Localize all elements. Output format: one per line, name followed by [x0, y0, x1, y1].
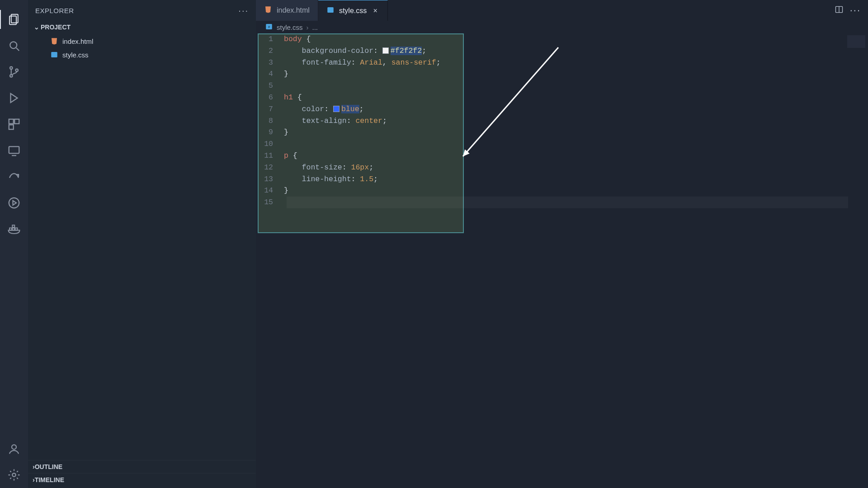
code-line: 1body {: [256, 33, 868, 45]
activity-explorer[interactable]: [4, 9, 24, 30]
minimap[interactable]: [847, 35, 865, 48]
css-file-icon: #: [265, 23, 273, 32]
tab-bar: index.htmlstyle.css× ···: [256, 0, 868, 21]
code-line: 11p {: [256, 150, 868, 162]
timeline-label: TIMELINE: [35, 476, 64, 483]
timeline-section-header[interactable]: › TIMELINE: [28, 473, 256, 486]
code-line: 10: [256, 138, 868, 150]
svg-point-13: [9, 198, 19, 208]
code-line: 14}: [256, 185, 868, 197]
svg-marker-14: [13, 201, 17, 205]
explorer-header: EXPLORER ···: [28, 0, 256, 21]
css-file-icon: [326, 6, 335, 16]
line-text: p {: [284, 150, 297, 162]
activity-remote[interactable]: [4, 140, 24, 161]
line-number: 13: [256, 174, 284, 185]
explorer-more-button[interactable]: ···: [238, 5, 249, 16]
chevron-down-icon: ⌄: [33, 23, 41, 31]
line-number: 11: [256, 150, 284, 162]
code-line: 2 background-color: #f2f2f2;: [256, 45, 868, 57]
explorer-panel: EXPLORER ··· ⌄ PROJECT index.htmlstyle.c…: [28, 0, 256, 488]
line-number: 5: [256, 80, 284, 92]
activity-bar: [0, 0, 28, 488]
line-text: color: blue;: [284, 103, 363, 115]
svg-rect-22: [327, 7, 334, 13]
files-icon: [7, 13, 21, 26]
circle-play-icon: [7, 196, 21, 210]
svg-rect-8: [9, 119, 14, 124]
project-section-header[interactable]: ⌄ PROJECT: [28, 21, 256, 33]
line-number: 6: [256, 92, 284, 103]
svg-rect-21: [51, 52, 57, 57]
gear-icon: [7, 468, 21, 482]
search-icon: [7, 39, 21, 52]
svg-rect-9: [14, 119, 19, 124]
line-text: line-height: 1.5;: [284, 174, 378, 185]
svg-line-3: [16, 48, 19, 51]
explorer-title: EXPLORER: [35, 7, 74, 14]
svg-point-5: [10, 75, 13, 77]
file-item-label: style.css: [62, 51, 89, 59]
code-editor[interactable]: 1body {2 background-color: #f2f2f2;3 fon…: [256, 33, 868, 488]
svg-marker-7: [11, 94, 18, 103]
line-number: 12: [256, 162, 284, 174]
line-number: 1: [256, 33, 284, 45]
line-number: 14: [256, 185, 284, 197]
outline-section-header[interactable]: › OUTLINE: [28, 460, 256, 473]
svg-point-2: [10, 42, 17, 48]
share-icon: [7, 170, 21, 183]
html-file-icon: [50, 37, 59, 46]
tab-label: style.css: [339, 7, 367, 15]
activity-run-debug[interactable]: [4, 88, 24, 108]
chevron-right-icon: ›: [307, 23, 309, 31]
branch-icon: [7, 65, 21, 79]
line-number: 15: [256, 197, 284, 208]
docker-icon: [7, 222, 21, 236]
activity-settings[interactable]: [4, 465, 24, 485]
code-line: 7 color: blue;: [256, 103, 868, 115]
code-line: 13 line-height: 1.5;: [256, 174, 868, 185]
line-text: background-color: #f2f2f2;: [284, 45, 426, 57]
tab-style-css[interactable]: style.css×: [318, 0, 388, 21]
code-line: 3 font-family: Arial, sans-serif;: [256, 57, 868, 69]
split-editor-button[interactable]: [835, 5, 844, 16]
line-text: font-family: Arial, sans-serif;: [284, 57, 441, 69]
activity-share[interactable]: [4, 166, 24, 187]
activity-account[interactable]: [4, 438, 24, 459]
line-text: h1 {: [284, 92, 302, 103]
split-editor-icon: [835, 5, 844, 14]
tab-index-html[interactable]: index.html: [256, 0, 318, 21]
file-item-label: index.html: [62, 38, 93, 45]
svg-rect-10: [9, 125, 14, 129]
breadcrumb-file: style.css: [277, 23, 303, 31]
account-icon: [7, 442, 21, 455]
breadcrumb[interactable]: # style.css › ...: [256, 21, 868, 33]
code-line: 8 text-align: center;: [256, 115, 868, 127]
file-item-index-html[interactable]: index.html: [28, 34, 256, 48]
activity-search[interactable]: [4, 35, 24, 56]
line-text: body {: [284, 33, 311, 45]
activity-timeline-play[interactable]: [4, 192, 24, 213]
breadcrumb-rest: ...: [312, 23, 318, 31]
line-text: text-align: center;: [284, 115, 387, 127]
svg-point-4: [10, 67, 13, 70]
activity-source-control[interactable]: [4, 61, 24, 82]
activity-docker[interactable]: [4, 219, 24, 239]
line-text: }: [284, 68, 288, 80]
close-icon[interactable]: ×: [371, 7, 379, 15]
svg-point-19: [12, 445, 16, 449]
svg-rect-11: [9, 146, 19, 153]
line-number: 8: [256, 115, 284, 127]
tab-bar-actions: ···: [827, 0, 868, 21]
code-line: 12 font-size: 16px;: [256, 162, 868, 174]
monitor-icon: [7, 144, 21, 157]
code-line: 6h1 {: [256, 92, 868, 103]
file-item-style-css[interactable]: style.css: [28, 48, 256, 61]
code-line: 15: [256, 197, 868, 208]
code-line: 9}: [256, 127, 868, 138]
editor-more-button[interactable]: ···: [850, 5, 861, 16]
activity-extensions[interactable]: [4, 114, 24, 135]
line-number: 4: [256, 68, 284, 80]
line-text: font-size: 16px;: [284, 162, 373, 174]
line-number: 10: [256, 138, 284, 150]
